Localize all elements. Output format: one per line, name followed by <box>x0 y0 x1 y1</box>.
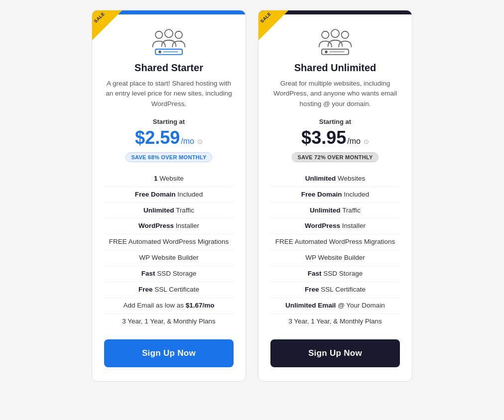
plan-description: A great place to start! Shared hosting w… <box>104 79 234 109</box>
sale-badge: SALE <box>92 10 122 40</box>
feature-item: Unlimited Traffic <box>270 203 400 219</box>
svg-point-4 <box>159 51 161 53</box>
save-badge: SAVE 72% OVER MONTHLY <box>292 152 378 162</box>
sale-badge-text: SALE <box>260 11 272 24</box>
starting-at-label: Starting at <box>270 118 400 125</box>
feature-item: Free SSL Certificate <box>104 282 234 298</box>
feature-item: WordPress Installer <box>104 218 234 234</box>
save-badge: SAVE 68% OVER MONTHLY <box>126 152 212 162</box>
price-row: $3.95/mo⊙ <box>270 127 400 148</box>
svg-point-8 <box>342 31 349 38</box>
price-amount: $3.95 <box>301 127 346 148</box>
feature-item: Unlimited Websites <box>270 171 400 187</box>
signup-button-shared-unlimited[interactable]: Sign Up Now <box>270 339 400 367</box>
svg-point-6 <box>322 31 329 38</box>
feature-item: WordPress Installer <box>270 218 400 234</box>
sale-badge-text: SALE <box>94 11 106 24</box>
pricing-cards-container: SALE Shared StarterA great place to star… <box>10 5 494 382</box>
feature-item: 1 Website <box>104 171 234 187</box>
feature-item: Free Domain Included <box>270 187 400 203</box>
feature-item: FREE Automated WordPress Migrations <box>270 234 400 250</box>
feature-item: 3 Year, 1 Year, & Monthly Plans <box>104 314 234 329</box>
svg-point-2 <box>175 31 182 38</box>
price-per-month: /mo <box>347 137 361 146</box>
pricing-card-shared-starter: SALE Shared StarterA great place to star… <box>92 10 246 382</box>
feature-item: Fast SSD Storage <box>104 266 234 282</box>
plan-name: Shared Unlimited <box>270 62 400 74</box>
feature-item: Add Email as low as $1.67/mo <box>104 298 234 314</box>
price-per-month: /mo <box>181 137 194 146</box>
svg-point-10 <box>325 51 327 53</box>
feature-item: WP Website Builder <box>270 250 400 266</box>
svg-point-7 <box>331 29 339 37</box>
feature-item: Free SSL Certificate <box>270 282 400 298</box>
feature-item: Unlimited Email @ Your Domain <box>270 298 400 314</box>
card-body: Shared UnlimitedGreat for multiple websi… <box>258 14 412 329</box>
price-amount: $2.59 <box>135 127 180 148</box>
pricing-card-shared-unlimited: SALE Shared UnlimitedGreat for multiple … <box>258 10 412 382</box>
price-row: $2.59/mo⊙ <box>104 127 234 148</box>
svg-point-0 <box>155 31 162 38</box>
svg-point-1 <box>165 29 173 37</box>
plan-name: Shared Starter <box>104 62 234 74</box>
price-help-icon[interactable]: ⊙ <box>197 138 203 145</box>
card-body: Shared StarterA great place to start! Sh… <box>92 14 246 329</box>
plan-icon <box>317 26 353 56</box>
feature-item: 3 Year, 1 Year, & Monthly Plans <box>270 314 400 329</box>
feature-item: FREE Automated WordPress Migrations <box>104 234 234 250</box>
feature-item: WP Website Builder <box>104 250 234 266</box>
features-list: 1 WebsiteFree Domain IncludedUnlimited T… <box>104 171 234 329</box>
signup-button-shared-starter[interactable]: Sign Up Now <box>104 339 234 367</box>
features-list: Unlimited WebsitesFree Domain IncludedUn… <box>270 171 400 329</box>
starting-at-label: Starting at <box>104 118 234 125</box>
feature-item: Fast SSD Storage <box>270 266 400 282</box>
plan-description: Great for multiple websites, including W… <box>270 79 400 109</box>
feature-item: Free Domain Included <box>104 187 234 203</box>
price-help-icon[interactable]: ⊙ <box>364 138 369 145</box>
sale-badge: SALE <box>258 10 288 40</box>
feature-item: Unlimited Traffic <box>104 203 234 219</box>
plan-icon <box>151 26 187 56</box>
